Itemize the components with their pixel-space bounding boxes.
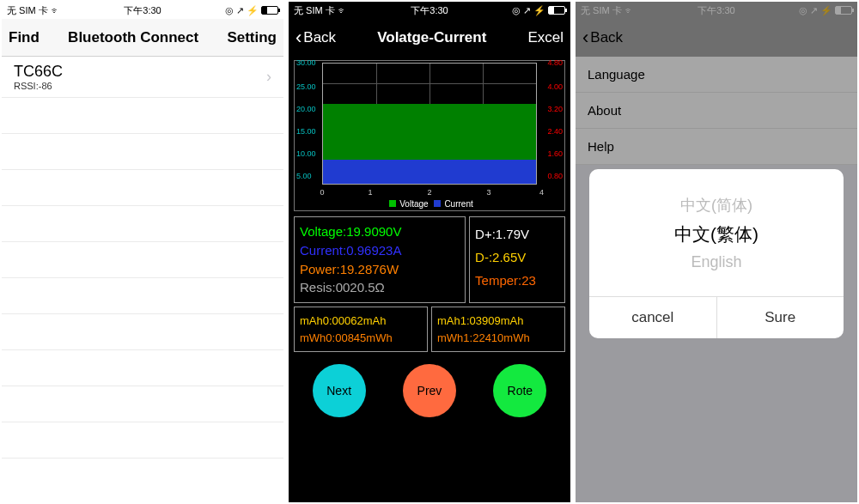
list-item [2,350,283,386]
list-item [2,206,283,242]
screen-settings: 无 SIM 卡ᯤ 下午3:30 ◎ ↗ ⚡ ‹Back Language Abo… [576,2,857,502]
nav-bar: ‹Back Volatge-Current Excel [289,19,570,57]
chevron-right-icon: › [266,68,271,86]
group1-box: mAh1:03909mAh mWh1:22410mWh [431,307,565,352]
battery-icon [261,6,278,15]
device-rssi: RSSI:-86 [14,81,63,91]
language-picker-sheet: 中文(简体) 中文(繁体) English cancel Sure [589,169,844,338]
chart-legend: Voltage Current [295,199,564,209]
prev-button[interactable]: Prev [403,364,456,417]
chevron-left-icon: ‹ [295,27,302,49]
group0-box: mAh0:00062mAh mWh0:00845mWh [294,307,428,352]
picker-option[interactable]: 中文(简体) [680,191,752,219]
dplus-box: D+:1.79V D-:2.65V Temper:23 [469,216,565,303]
list-item [2,134,283,170]
back-button[interactable]: ‹Back [295,27,336,49]
list-item [2,386,283,422]
list-item [2,98,283,134]
next-button[interactable]: Next [313,364,366,417]
list-item [2,242,283,278]
battery-icon [548,6,565,15]
nav-setting[interactable]: Setting [227,29,277,46]
nav-bar: Find Bluetooth Connect Setting [2,19,283,57]
screen-find: 无 SIM 卡ᯤ 下午3:30 ◎ ↗ ⚡ Find Bluetooth Con… [2,2,283,502]
picker-option[interactable]: English [691,250,741,275]
list-item [2,314,283,350]
list-item [2,170,283,206]
excel-button[interactable]: Excel [527,29,564,46]
status-bar: 无 SIM 卡ᯤ 下午3:30 ◎ ↗ ⚡ [289,2,570,19]
list-item [2,422,283,458]
chart: 30.00 25.00 20.00 15.00 10.00 5.00 4.80 … [294,60,565,211]
device-name: TC66C [14,63,63,81]
status-bar: 无 SIM 卡ᯤ 下午3:30 ◎ ↗ ⚡ [2,2,283,19]
device-row[interactable]: TC66C RSSI:-86 › [2,57,283,98]
nav-title: Bluetooth Connect [68,29,198,46]
picker-option-selected[interactable]: 中文(繁体) [674,219,758,250]
readings-box: Voltage:19.9090V Current:0.96923A Power:… [294,216,466,303]
screen-voltage-current: 无 SIM 卡ᯤ 下午3:30 ◎ ↗ ⚡ ‹Back Volatge-Curr… [289,2,570,502]
sure-button[interactable]: Sure [717,297,844,338]
rotate-button[interactable]: Rote [493,364,546,417]
picker-wheel[interactable]: 中文(简体) 中文(繁体) English [589,169,844,296]
cancel-button[interactable]: cancel [589,297,717,338]
nav-find[interactable]: Find [9,29,40,46]
nav-title: Volatge-Current [377,29,486,46]
list-item [2,278,283,314]
